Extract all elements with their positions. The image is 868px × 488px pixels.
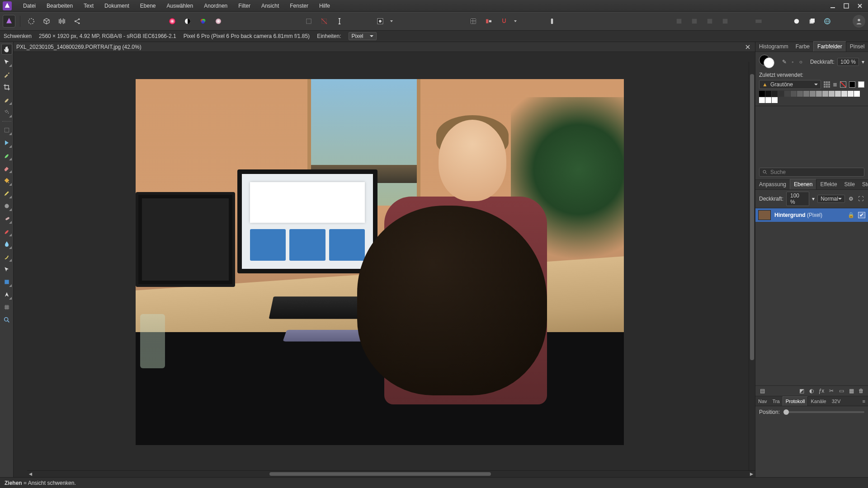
tab-nav[interactable]: Nav — [755, 397, 770, 406]
menu-text[interactable]: Text — [79, 1, 99, 10]
color-picker-tool[interactable] — [1, 69, 12, 80]
text-tool[interactable] — [1, 289, 12, 300]
scroll-left-icon[interactable]: ◄ — [27, 471, 34, 478]
marquee-tool[interactable] — [1, 125, 12, 136]
grid-icon[interactable] — [467, 15, 480, 28]
swatch[interactable] — [829, 91, 835, 97]
document-tab-close-button[interactable] — [744, 43, 751, 51]
flood-select-tool[interactable] — [1, 137, 12, 148]
swatch[interactable] — [759, 97, 765, 103]
blend-mode-select[interactable]: Normal — [817, 195, 845, 203]
erase-tool[interactable] — [1, 163, 12, 174]
delete-layer-icon[interactable]: 🗑 — [858, 388, 864, 394]
menu-anordnen[interactable]: Anordnen — [199, 1, 232, 10]
scroll-right-icon[interactable]: ► — [748, 471, 755, 478]
dropdown-arrow-icon[interactable] — [513, 19, 518, 23]
circle-outline-icon[interactable] — [790, 15, 803, 28]
swatch[interactable] — [797, 91, 803, 97]
stack-icon[interactable] — [806, 15, 818, 28]
swatch[interactable] — [765, 91, 771, 97]
swatch[interactable] — [841, 91, 847, 97]
eyedropper-icon[interactable]: ✎ — [782, 59, 787, 65]
fx-icon[interactable]: ƒx — [818, 388, 825, 394]
viewport[interactable] — [14, 52, 755, 477]
layers-icon[interactable]: ▤ — [759, 388, 765, 394]
selection-brush-tool[interactable] — [1, 94, 12, 105]
swatch[interactable] — [848, 91, 854, 97]
tab-kanaele[interactable]: Kanäle — [808, 397, 829, 406]
swatch[interactable] — [835, 91, 841, 97]
palette-select[interactable]: ▲ Grautöne — [759, 80, 821, 89]
menu-hilfe[interactable]: Hilfe — [314, 1, 335, 10]
heal-tool[interactable] — [1, 213, 12, 224]
deselect-icon[interactable] — [318, 15, 330, 28]
tab-histogramm[interactable]: Histogramm — [755, 42, 792, 52]
align-icon[interactable] — [482, 15, 495, 28]
move-tool[interactable] — [1, 56, 12, 67]
menu-fenster[interactable]: Fenster — [285, 1, 313, 10]
pencil-tool[interactable] — [1, 188, 12, 199]
quick-mask-icon[interactable] — [374, 15, 387, 28]
document-tab[interactable]: PXL_20230105_140800269.PORTRAIT.jpg (42.… — [16, 44, 142, 50]
swatch[interactable] — [816, 91, 822, 97]
tab-effekte[interactable]: Effekte — [816, 179, 840, 189]
swatch[interactable] — [810, 91, 816, 97]
sphere-icon[interactable] — [212, 15, 225, 28]
paint-brush-tool[interactable] — [1, 150, 12, 161]
tab-32v[interactable]: 32V — [829, 397, 844, 406]
globe-icon[interactable] — [821, 15, 834, 28]
opacity-value[interactable]: 100 % — [837, 58, 859, 66]
color-wheel-icon[interactable] — [166, 15, 179, 28]
persona-photo-button[interactable] — [3, 15, 15, 28]
tab-farbfelder[interactable]: Farbfelder — [813, 41, 846, 52]
history-position-slider[interactable] — [783, 411, 864, 413]
swatch[interactable] — [854, 91, 860, 97]
none-color-icon[interactable]: ◦ — [790, 59, 795, 65]
window-maximize-button[interactable] — [841, 2, 852, 10]
rgb-circle-icon[interactable] — [197, 15, 209, 28]
swatch-search-input[interactable]: Suche — [759, 168, 864, 177]
menu-bearbeiten[interactable]: Bearbeiten — [42, 1, 78, 10]
swatch[interactable] — [765, 97, 771, 103]
drop-tool[interactable] — [1, 239, 12, 249]
mask-icon[interactable]: ◩ — [798, 388, 805, 394]
swatch[interactable] — [759, 91, 765, 97]
swatch[interactable] — [772, 91, 778, 97]
adjust-icon[interactable]: ◐ — [808, 388, 815, 394]
panel-menu-icon[interactable]: ≡ — [860, 397, 868, 406]
circle-dashed-icon[interactable] — [25, 15, 38, 28]
group-icon[interactable]: ▭ — [838, 388, 844, 394]
zoom-tool[interactable] — [1, 314, 12, 325]
tab-pinsel[interactable]: Pinsel — [846, 42, 868, 52]
tab-stile[interactable]: Stile — [841, 179, 859, 189]
tab-protokoll[interactable]: Protokoll — [783, 396, 808, 406]
tab-farbe[interactable]: Farbe — [792, 42, 813, 52]
foreground-background-colors[interactable] — [759, 55, 775, 69]
menu-filter[interactable]: Filter — [233, 1, 255, 10]
dropdown-arrow-icon[interactable]: ▾ — [812, 196, 815, 202]
spray-tool[interactable] — [1, 107, 12, 118]
no-color-icon[interactable] — [840, 81, 846, 88]
swatch-small-view-icon[interactable] — [824, 81, 830, 88]
dropdown-arrow-icon[interactable]: ▾ — [862, 59, 864, 65]
add-layer-icon[interactable]: ▦ — [848, 388, 854, 394]
layer-row-hintergrund[interactable]: Hintergrund (Pixel) 🔒 ✔ — [755, 208, 868, 222]
dropdown-arrow-icon[interactable] — [389, 19, 394, 23]
swatch[interactable] — [772, 97, 778, 103]
menu-ebene[interactable]: Ebene — [135, 1, 161, 10]
white-swatch-icon[interactable] — [858, 81, 864, 88]
expand-icon[interactable]: ⛶ — [857, 195, 864, 202]
lock-icon[interactable]: 🔒 — [848, 212, 854, 218]
swatch[interactable] — [791, 91, 797, 97]
window-minimize-button[interactable] — [827, 2, 838, 10]
fill-tool[interactable] — [1, 175, 12, 186]
info-icon[interactable] — [546, 15, 558, 28]
visibility-checkbox[interactable]: ✔ — [858, 212, 865, 218]
share-icon[interactable] — [71, 15, 84, 28]
swatch-list-view-icon[interactable]: ≣ — [833, 81, 837, 88]
swatch[interactable] — [784, 91, 790, 97]
half-circle-icon[interactable] — [181, 15, 194, 28]
layer-opacity-value[interactable]: 100 % — [786, 192, 809, 206]
menu-datei[interactable]: Datei — [18, 1, 41, 10]
window-close-button[interactable] — [854, 2, 865, 10]
